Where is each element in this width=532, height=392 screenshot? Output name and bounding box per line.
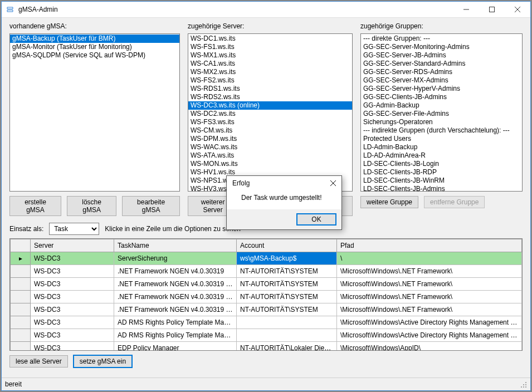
- cell-server[interactable]: WS-DC3: [31, 342, 114, 351]
- list-item[interactable]: GG-SEC-Server-Monitoring-Admins: [361, 43, 522, 51]
- list-item[interactable]: WS-MX2.ws.its: [188, 68, 352, 76]
- list-item[interactable]: GG-SEC-Server-HyperV-Admins: [361, 85, 522, 93]
- cell-path[interactable]: \Microsoft\Windows\.NET Framework\: [337, 265, 522, 278]
- list-item[interactable]: WS-FS3.ws.its: [188, 118, 352, 126]
- cell-task[interactable]: .NET Framework NGEN v4.0.30319 Critical: [114, 303, 237, 316]
- cell-path[interactable]: \Microsoft\Windows\.NET Framework\: [337, 291, 522, 303]
- list-item[interactable]: gMSA-SQLDPM (Service SQL auf WS-DPM): [10, 51, 179, 60]
- cell-task[interactable]: .NET Framework NGEN v4.0.30319 64: [114, 278, 237, 291]
- cell-task[interactable]: ServerSicherung: [114, 252, 237, 265]
- table-row[interactable]: WS-DC3.NET Framework NGEN v4.0.30319NT-A…: [11, 265, 522, 278]
- cell-task[interactable]: .NET Framework NGEN v4.0.30319 64 Critic…: [114, 291, 237, 303]
- cell-path[interactable]: \Microsoft\Windows\AppID\: [337, 342, 522, 351]
- list-item[interactable]: --- direkte Gruppen: ---: [361, 35, 522, 43]
- table-row[interactable]: WS-DC3.NET Framework NGEN v4.0.30319 64N…: [11, 278, 522, 291]
- list-item[interactable]: WS-DC3.ws.its (online): [188, 101, 352, 110]
- edit-gmsa-button[interactable]: bearbeite gMSA: [122, 196, 180, 216]
- dialog-ok-button[interactable]: OK: [297, 214, 336, 225]
- list-item[interactable]: WS-MX1.ws.its: [188, 51, 352, 60]
- group-listbox[interactable]: --- direkte Gruppen: --- GG-SEC-Server-M…: [360, 33, 523, 192]
- list-item[interactable]: WS-CM.ws.its: [188, 126, 352, 135]
- list-item[interactable]: --- indirekte Gruppen (durch Verschachte…: [361, 126, 522, 135]
- maximize-button[interactable]: [479, 2, 505, 17]
- cell-path[interactable]: \Microsoft\Windows\Active Directory Righ…: [337, 316, 522, 329]
- list-item[interactable]: GG-SEC-Clients-JB-Admins: [361, 93, 522, 101]
- read-all-servers-button[interactable]: lese alle Server: [9, 355, 68, 367]
- list-item[interactable]: GG-SEC-Server-JB-Admins: [361, 51, 522, 60]
- list-item[interactable]: Sicherungs-Operatoren: [361, 118, 522, 126]
- list-item[interactable]: LD-AD-AdminArea-R: [361, 151, 522, 160]
- cell-account[interactable]: NT-AUTORITÄT\SYSTEM: [237, 278, 337, 291]
- cell-account[interactable]: NT-AUTORITÄT\SYSTEM: [237, 291, 337, 303]
- cell-account[interactable]: NT-AUTORITÄT\SYSTEM: [237, 303, 337, 316]
- cell-account[interactable]: [237, 329, 337, 342]
- list-item[interactable]: WS-DC2.ws.its: [188, 110, 352, 118]
- list-item[interactable]: WS-ATA.ws.its: [188, 151, 352, 160]
- server-listbox[interactable]: WS-DC1.ws.itsWS-FS1.ws.itsWS-MX1.ws.itsW…: [188, 33, 353, 192]
- list-item[interactable]: LD-SEC-Clients-JB-Admins: [361, 185, 522, 192]
- table-row[interactable]: WS-DC3AD RMS Rights Policy Template Mana…: [11, 316, 522, 329]
- cell-server[interactable]: WS-DC3: [31, 265, 114, 278]
- list-item[interactable]: LD-SEC-Clients-JB-Login: [361, 160, 522, 168]
- cell-path[interactable]: \Microsoft\Windows\.NET Framework\: [337, 278, 522, 291]
- list-item[interactable]: LD-SEC-Clients-JB-WinRM: [361, 177, 522, 185]
- col-taskname[interactable]: TaskName: [114, 239, 237, 252]
- cell-path[interactable]: \Microsoft\Windows\Active Directory Righ…: [337, 329, 522, 342]
- list-item[interactable]: LD-SEC-Clients-JB-RDP: [361, 168, 522, 177]
- einsatz-combo[interactable]: Task: [49, 223, 99, 235]
- resize-grip-icon[interactable]: [519, 380, 527, 388]
- list-item[interactable]: WS-CA1.ws.its: [188, 60, 352, 68]
- delete-gmsa-button[interactable]: lösche gMSA: [67, 196, 116, 216]
- task-grid[interactable]: Server TaskName Account Pfad ▸WS-DC3Serv…: [9, 238, 523, 351]
- list-item[interactable]: GG-SEC-Server-RDS-Admins: [361, 68, 522, 76]
- cell-path[interactable]: \Microsoft\Windows\.NET Framework\: [337, 303, 522, 316]
- cell-account[interactable]: NT-AUTORITÄT\SYSTEM: [237, 265, 337, 278]
- table-row[interactable]: WS-DC3.NET Framework NGEN v4.0.30319 Cri…: [11, 303, 522, 316]
- cell-server[interactable]: WS-DC3: [31, 291, 114, 303]
- cell-account[interactable]: ws\gMSA-Backup$: [237, 252, 337, 265]
- list-item[interactable]: WS-FS1.ws.its: [188, 43, 352, 51]
- list-item[interactable]: Protected Users: [361, 135, 522, 143]
- list-item[interactable]: WS-FS2.ws.its: [188, 76, 352, 85]
- col-server[interactable]: Server: [31, 239, 114, 252]
- table-row[interactable]: WS-DC3AD RMS Rights Policy Template Mana…: [11, 329, 522, 342]
- list-item[interactable]: GG-SEC-Server-MX-Admins: [361, 76, 522, 85]
- list-item[interactable]: WS-DPM.ws.its: [188, 135, 352, 143]
- list-item[interactable]: GG-SEC-Server-Standard-Admins: [361, 60, 522, 68]
- cell-account[interactable]: NT-AUTORITÄT\Lokaler Dienst: [237, 342, 337, 351]
- dialog-close-icon[interactable]: [329, 179, 337, 187]
- list-item[interactable]: WS-RDS2.ws.its: [188, 93, 352, 101]
- col-account[interactable]: Account: [237, 239, 337, 252]
- list-item[interactable]: GG-SEC-Server-File-Admins: [361, 110, 522, 118]
- cell-server[interactable]: WS-DC3: [31, 303, 114, 316]
- list-item[interactable]: WS-RDS1.ws.its: [188, 85, 352, 93]
- list-item[interactable]: WS-MON.ws.its: [188, 160, 352, 168]
- col-path[interactable]: Pfad: [337, 239, 522, 252]
- list-item[interactable]: LD-Admin-Backup: [361, 143, 522, 151]
- cell-task[interactable]: .NET Framework NGEN v4.0.30319: [114, 265, 237, 278]
- set-gmsa-button[interactable]: setze gMSA ein: [74, 355, 132, 367]
- list-item[interactable]: gMSA-Backup (TaskUser für BMR): [10, 35, 179, 43]
- table-row[interactable]: WS-DC3.NET Framework NGEN v4.0.30319 64 …: [11, 291, 522, 303]
- cell-task[interactable]: AD RMS Rights Policy Template Management…: [114, 329, 237, 342]
- close-button[interactable]: [505, 2, 530, 17]
- minimize-button[interactable]: [453, 2, 479, 17]
- list-item[interactable]: GG-Admin-Backup: [361, 101, 522, 110]
- create-gmsa-button[interactable]: erstelle gMSA: [9, 196, 61, 216]
- table-row[interactable]: ▸WS-DC3ServerSicherungws\gMSA-Backup$\: [11, 252, 522, 265]
- cell-server[interactable]: WS-DC3: [31, 329, 114, 342]
- cell-task[interactable]: EDP Policy Manager: [114, 342, 237, 351]
- cell-task[interactable]: AD RMS Rights Policy Template Management…: [114, 316, 237, 329]
- list-item[interactable]: WS-WAC.ws.its: [188, 143, 352, 151]
- cell-path[interactable]: \: [337, 252, 522, 265]
- table-row[interactable]: WS-DC3EDP Policy ManagerNT-AUTORITÄT\Lok…: [11, 342, 522, 351]
- remove-group-button[interactable]: entferne Gruppe: [424, 196, 485, 208]
- cell-server[interactable]: WS-DC3: [31, 278, 114, 291]
- cell-server[interactable]: WS-DC3: [31, 252, 114, 265]
- list-item[interactable]: gMSA-Monitor (TaskUser für Monitoring): [10, 43, 179, 51]
- cell-account[interactable]: [237, 316, 337, 329]
- add-group-button[interactable]: weitere Gruppe: [360, 196, 418, 208]
- cell-server[interactable]: WS-DC3: [31, 316, 114, 329]
- list-item[interactable]: WS-DC1.ws.its: [188, 35, 352, 43]
- gmsa-listbox[interactable]: gMSA-Backup (TaskUser für BMR)gMSA-Monit…: [9, 33, 180, 192]
